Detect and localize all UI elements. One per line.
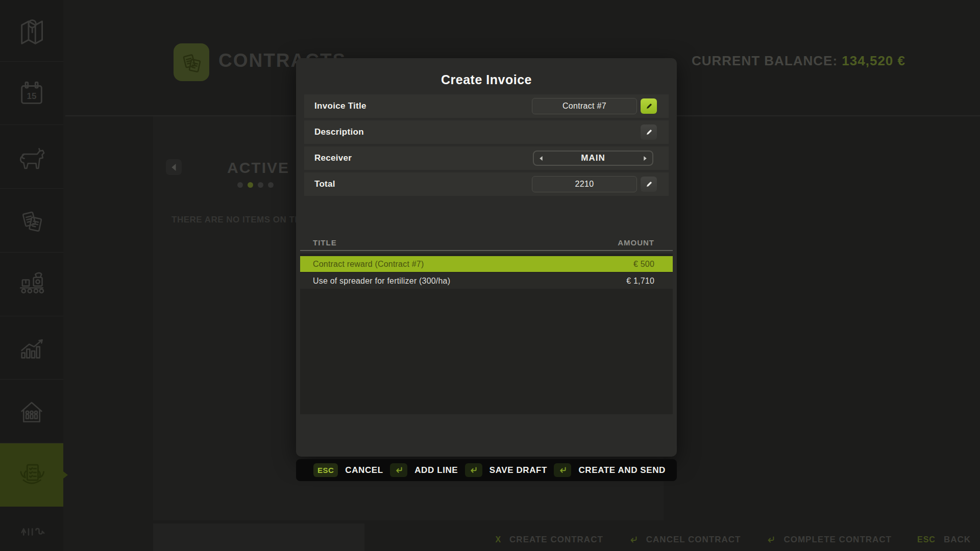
invoice-line-row[interactable]: Contract reward (Contract #7) € 500 <box>300 256 673 272</box>
button-label: CANCEL <box>345 465 383 475</box>
create-contract-action[interactable]: X CREATE CONTRACT <box>495 535 603 545</box>
total-input[interactable]: 2210 <box>532 176 637 192</box>
action-label: CANCEL CONTRACT <box>646 535 741 545</box>
background-panel <box>153 523 364 551</box>
description-label: Description <box>314 127 364 137</box>
esc-key-badge: ESC <box>313 463 338 477</box>
esc-key: ESC <box>917 535 936 544</box>
dialog-button-bar: ESC CANCEL ADD LINE SAVE DRAFT CREATE AN… <box>296 459 677 481</box>
app-screen: 15 <box>0 0 980 551</box>
column-amount: AMOUNT <box>618 238 654 247</box>
page-dot <box>268 182 274 188</box>
add-line-button[interactable]: ADD LINE <box>390 463 458 477</box>
sidebar-item-partial <box>0 521 63 551</box>
workers-building-icon <box>17 396 46 426</box>
sidebar-item-map[interactable] <box>0 0 63 62</box>
invoice-line-row[interactable]: Use of spreader for fertilizer (300/ha) … <box>300 273 673 289</box>
current-balance: CURRENT BALANCE: 134,520 € <box>692 53 905 69</box>
total-label: Total <box>314 179 335 189</box>
bottom-action-bar: X CREATE CONTRACT CANCEL CONTRACT COMPLE… <box>495 535 971 545</box>
back-action[interactable]: ESC BACK <box>917 535 971 545</box>
contracts-page-icon <box>174 43 209 81</box>
cow-icon <box>17 142 46 171</box>
pencil-icon <box>645 181 653 188</box>
production-icon <box>17 269 46 299</box>
calendar-icon: 15 <box>17 79 46 108</box>
total-row: Total 2210 <box>304 172 669 196</box>
invoice-title-input[interactable]: Contract #7 <box>532 98 637 114</box>
description-input[interactable] <box>532 124 637 140</box>
sidebar: 15 <box>0 0 63 551</box>
sidebar-item-calendar[interactable]: 15 <box>0 62 63 125</box>
x-key: X <box>495 535 501 544</box>
button-label: ADD LINE <box>414 465 458 475</box>
enter-key-icon <box>766 536 775 544</box>
pencil-icon <box>645 103 653 110</box>
enter-key-icon <box>465 463 482 477</box>
line-title: Use of spreader for fertilizer (300/ha) <box>313 277 450 286</box>
enter-key-icon <box>629 536 638 544</box>
left-arrow-icon <box>171 164 177 171</box>
sidebar-item-workers[interactable] <box>0 380 63 443</box>
invoice-title-row: Invoice Title Contract #7 <box>304 94 669 118</box>
page-dot-active <box>248 182 253 188</box>
receiver-spinner[interactable]: MAIN <box>533 151 653 166</box>
total-edit-button[interactable] <box>641 177 657 192</box>
sidebar-item-prices[interactable] <box>0 189 63 253</box>
invoice-title-edit-button[interactable] <box>641 98 657 114</box>
action-label: BACK <box>944 535 971 545</box>
sidebar-item-animals[interactable] <box>0 125 63 189</box>
receiver-value: MAIN <box>543 153 643 163</box>
action-label: CREATE CONTRACT <box>509 535 603 545</box>
pencil-icon <box>645 129 653 136</box>
documents-icon <box>17 206 46 235</box>
line-amount: € 1,710 <box>626 277 654 286</box>
cancel-button[interactable]: ESC CANCEL <box>313 463 383 477</box>
enter-key-icon <box>390 463 407 477</box>
balance-label: CURRENT BALANCE: <box>692 53 838 68</box>
statistics-icon <box>17 333 46 363</box>
balance-value: 134,520 € <box>842 53 905 68</box>
description-edit-button[interactable] <box>641 124 657 140</box>
invoice-title-label: Invoice Title <box>314 101 366 111</box>
cancel-contract-action[interactable]: CANCEL CONTRACT <box>629 535 741 545</box>
enter-key-icon <box>554 463 571 477</box>
sidebar-item-contracts[interactable] <box>0 443 63 507</box>
map-icon <box>17 16 46 45</box>
contract-laurel-icon <box>16 460 47 490</box>
button-label: CREATE AND SEND <box>578 465 666 475</box>
receiver-row: Receiver MAIN <box>304 146 669 170</box>
sidebar-item-production[interactable] <box>0 253 63 316</box>
spinner-right-arrow[interactable] <box>643 156 647 161</box>
save-draft-button[interactable]: SAVE DRAFT <box>465 463 547 477</box>
invoice-lines-list: Contract reward (Contract #7) € 500 Use … <box>300 254 673 414</box>
action-label: COMPLETE CONTRACT <box>783 535 892 545</box>
description-row: Description <box>304 120 669 144</box>
line-amount: € 500 <box>633 260 654 269</box>
sidebar-item-statistics[interactable] <box>0 316 63 380</box>
page-dot <box>237 182 243 188</box>
create-invoice-dialog: Create Invoice Invoice Title Contract #7… <box>296 58 677 457</box>
spinner-left-arrow[interactable] <box>539 156 543 161</box>
invoice-lines-header: TITLE AMOUNT <box>300 235 673 251</box>
receiver-label: Receiver <box>314 153 352 163</box>
dialog-title: Create Invoice <box>296 72 677 87</box>
column-title: TITLE <box>313 238 337 247</box>
complete-contract-action[interactable]: COMPLETE CONTRACT <box>766 535 892 545</box>
line-title: Contract reward (Contract #7) <box>313 260 424 269</box>
calendar-day: 15 <box>27 91 37 101</box>
page-back-arrow-button[interactable] <box>166 159 182 175</box>
button-label: SAVE DRAFT <box>489 465 547 475</box>
pagination-dots <box>237 182 274 188</box>
page-dot <box>258 182 263 188</box>
create-and-send-button[interactable]: CREATE AND SEND <box>554 463 666 477</box>
